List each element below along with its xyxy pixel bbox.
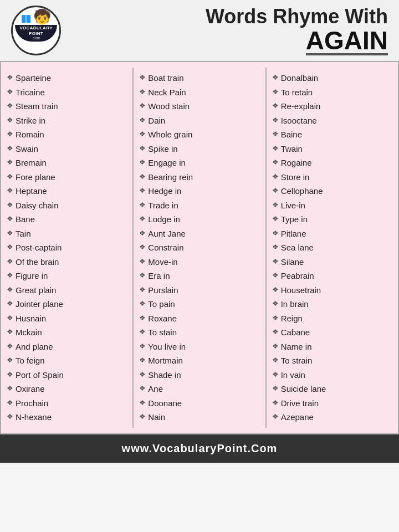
diamond-icon: ❖ bbox=[272, 398, 279, 408]
logo-vocab-text: VOCABULARY bbox=[15, 25, 57, 31]
word-text: To retain bbox=[281, 87, 313, 98]
diamond-icon: ❖ bbox=[139, 214, 146, 224]
list-item: ❖Name in bbox=[272, 340, 392, 354]
word-text: Spike in bbox=[148, 144, 177, 155]
list-item: ❖Doonane bbox=[139, 396, 259, 411]
list-item: ❖To feign bbox=[7, 354, 127, 368]
word-text: To feign bbox=[16, 355, 45, 366]
word-text: Steam train bbox=[16, 101, 58, 112]
list-item: ❖To stain bbox=[139, 325, 259, 340]
list-item: ❖Silane bbox=[272, 255, 392, 269]
word-text: Of the brain bbox=[16, 257, 59, 268]
diamond-icon: ❖ bbox=[272, 285, 279, 295]
diamond-icon: ❖ bbox=[139, 144, 146, 154]
list-item: ❖Boat train bbox=[139, 71, 259, 85]
list-item: ❖In vain bbox=[272, 368, 392, 382]
diamond-icon: ❖ bbox=[272, 314, 279, 323]
diamond-icon: ❖ bbox=[139, 328, 146, 337]
diamond-icon: ❖ bbox=[139, 271, 146, 280]
word-text: Cabane bbox=[281, 327, 310, 338]
diamond-icon: ❖ bbox=[272, 158, 279, 167]
list-item: ❖N-hexane bbox=[7, 410, 127, 424]
content-area: ❖Sparteine❖Tricaine❖Steam train❖Strike i… bbox=[0, 61, 399, 434]
list-item: ❖Of the brain bbox=[7, 255, 127, 269]
list-item: ❖Trade in bbox=[139, 198, 259, 213]
word-text: Husnain bbox=[16, 313, 46, 324]
diamond-icon: ❖ bbox=[139, 299, 146, 309]
list-item: ❖Peabrain bbox=[272, 269, 392, 283]
diamond-icon: ❖ bbox=[272, 243, 279, 252]
list-item: ❖Reign bbox=[272, 311, 392, 326]
word-text: Fore plane bbox=[16, 172, 55, 183]
logo-point-text: POINT bbox=[15, 31, 57, 37]
list-item: ❖Tricaine bbox=[7, 85, 127, 100]
diamond-icon: ❖ bbox=[272, 299, 279, 309]
list-item: ❖Steam train bbox=[7, 99, 127, 114]
word-text: Strike in bbox=[16, 115, 45, 126]
diamond-icon: ❖ bbox=[272, 229, 279, 238]
list-item: ❖Drive train bbox=[272, 396, 392, 411]
word-text: Wood stain bbox=[148, 101, 190, 112]
word-text: Doonane bbox=[148, 398, 182, 409]
footer-url: www.VocabularyPoint.Com bbox=[122, 442, 278, 454]
diamond-icon: ❖ bbox=[7, 398, 13, 408]
diamond-icon: ❖ bbox=[139, 73, 146, 83]
list-item: ❖Housetrain bbox=[272, 283, 392, 298]
diamond-icon: ❖ bbox=[272, 412, 279, 422]
list-item: ❖Constrain bbox=[139, 241, 259, 255]
list-item: ❖Hedge in bbox=[139, 184, 259, 198]
list-item: ❖Isooctane bbox=[272, 114, 392, 128]
list-item: ❖Dain bbox=[139, 114, 259, 128]
diamond-icon: ❖ bbox=[7, 73, 13, 83]
diamond-icon: ❖ bbox=[139, 285, 146, 295]
diamond-icon: ❖ bbox=[272, 101, 279, 111]
diamond-icon: ❖ bbox=[272, 144, 279, 154]
list-item: ❖Oxirane bbox=[7, 382, 127, 396]
word-text: Reign bbox=[281, 313, 303, 324]
title-line2: AGAIN bbox=[306, 28, 388, 55]
word-text: Bearing rein bbox=[148, 172, 193, 183]
word-text: Drive train bbox=[281, 398, 319, 409]
word-text: Romain bbox=[16, 129, 44, 140]
word-text: Store in bbox=[281, 172, 310, 183]
book-icon bbox=[21, 14, 32, 24]
diamond-icon: ❖ bbox=[7, 314, 13, 323]
diamond-icon: ❖ bbox=[139, 412, 146, 422]
list-item: ❖Twain bbox=[272, 142, 392, 156]
title-block: Words Rhyme With AGAIN bbox=[70, 6, 388, 55]
diamond-icon: ❖ bbox=[272, 172, 279, 182]
diamond-icon: ❖ bbox=[139, 314, 146, 323]
list-item: ❖You live in bbox=[139, 340, 259, 354]
diamond-icon: ❖ bbox=[139, 101, 146, 111]
diamond-icon: ❖ bbox=[272, 88, 279, 97]
word-text: Prochain bbox=[16, 398, 48, 409]
word-text: Neck Pain bbox=[148, 87, 186, 98]
word-text: In brain bbox=[281, 299, 309, 310]
list-item: ❖Suicide lane bbox=[272, 382, 392, 396]
list-item: ❖Great plain bbox=[7, 283, 127, 298]
columns: ❖Sparteine❖Tricaine❖Steam train❖Strike i… bbox=[1, 68, 398, 428]
diamond-icon: ❖ bbox=[7, 116, 13, 125]
word-text: To pain bbox=[148, 299, 175, 310]
word-text: Figure in bbox=[16, 270, 48, 282]
list-item: ❖Bremain bbox=[7, 156, 127, 170]
diamond-icon: ❖ bbox=[7, 101, 13, 111]
list-item: ❖Aunt Jane bbox=[139, 227, 259, 241]
diamond-icon: ❖ bbox=[272, 214, 279, 224]
diamond-icon: ❖ bbox=[272, 328, 279, 337]
diamond-icon: ❖ bbox=[272, 370, 279, 380]
list-item: ❖Move-in bbox=[139, 255, 259, 269]
word-text: Aunt Jane bbox=[148, 228, 186, 239]
diamond-icon: ❖ bbox=[7, 285, 13, 295]
word-text: Bane bbox=[16, 214, 35, 225]
diamond-icon: ❖ bbox=[272, 130, 279, 139]
diamond-icon: ❖ bbox=[7, 370, 13, 380]
word-text: Trade in bbox=[148, 200, 178, 211]
diamond-icon: ❖ bbox=[139, 398, 146, 408]
column-3: ❖Donalbain❖To retain❖Re-explain❖Isooctan… bbox=[267, 68, 398, 428]
list-item: ❖Neck Pain bbox=[139, 85, 259, 100]
list-item: ❖Live-in bbox=[272, 198, 392, 213]
diamond-icon: ❖ bbox=[7, 172, 13, 182]
word-text: Pitlane bbox=[281, 228, 306, 239]
list-item: ❖Port of Spain bbox=[7, 368, 127, 382]
